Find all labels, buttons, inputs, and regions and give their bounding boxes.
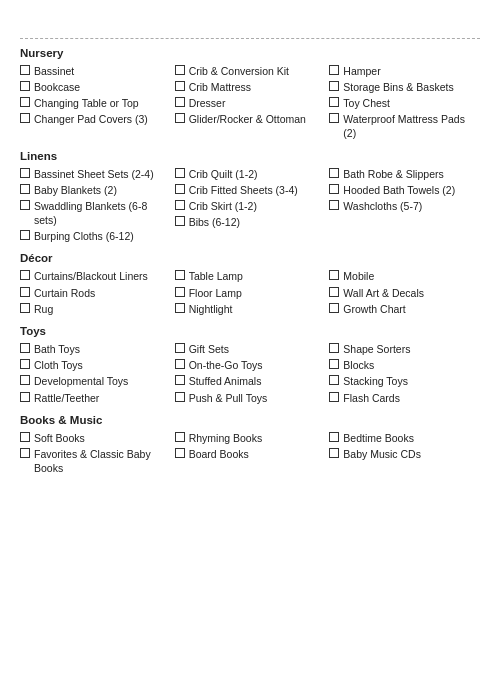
list-item[interactable]: Hooded Bath Towels (2): [329, 182, 480, 198]
list-item[interactable]: Crib Fitted Sheets (3-4): [175, 182, 326, 198]
checkbox[interactable]: [329, 97, 339, 107]
list-item[interactable]: Growth Chart: [329, 301, 480, 317]
list-item[interactable]: Developmental Toys: [20, 373, 171, 389]
list-item[interactable]: Stuffed Animals: [175, 373, 326, 389]
checkbox[interactable]: [175, 448, 185, 458]
list-item[interactable]: Baby Blankets (2): [20, 182, 171, 198]
checkbox[interactable]: [175, 65, 185, 75]
list-item[interactable]: Mobile: [329, 268, 480, 284]
list-item[interactable]: Bedtime Books: [329, 430, 480, 446]
checkbox[interactable]: [329, 184, 339, 194]
list-item[interactable]: Board Books: [175, 446, 326, 462]
list-item[interactable]: Bassinet: [20, 63, 171, 79]
checkbox[interactable]: [175, 287, 185, 297]
list-item[interactable]: Shape Sorters: [329, 341, 480, 357]
list-item[interactable]: Changer Pad Covers (3): [20, 111, 171, 127]
checkbox[interactable]: [20, 359, 30, 369]
list-item[interactable]: Rattle/Teether: [20, 390, 171, 406]
list-item[interactable]: Curtain Rods: [20, 285, 171, 301]
list-item[interactable]: Crib Skirt (1-2): [175, 198, 326, 214]
checkbox[interactable]: [329, 168, 339, 178]
list-item[interactable]: Glider/Rocker & Ottoman: [175, 111, 326, 127]
checkbox[interactable]: [329, 81, 339, 91]
checkbox[interactable]: [20, 200, 30, 210]
list-item[interactable]: Crib Quilt (1-2): [175, 166, 326, 182]
checkbox[interactable]: [329, 375, 339, 385]
list-item[interactable]: Favorites & Classic Baby Books: [20, 446, 171, 476]
list-item[interactable]: On-the-Go Toys: [175, 357, 326, 373]
checkbox[interactable]: [20, 432, 30, 442]
list-item[interactable]: Gift Sets: [175, 341, 326, 357]
checkbox[interactable]: [175, 200, 185, 210]
checkbox[interactable]: [175, 168, 185, 178]
list-item[interactable]: Rug: [20, 301, 171, 317]
checkbox[interactable]: [329, 113, 339, 123]
list-item[interactable]: Washcloths (5-7): [329, 198, 480, 214]
checkbox[interactable]: [20, 230, 30, 240]
list-item[interactable]: Bath Toys: [20, 341, 171, 357]
list-item[interactable]: Wall Art & Decals: [329, 285, 480, 301]
checkbox[interactable]: [175, 375, 185, 385]
list-item[interactable]: Bassinet Sheet Sets (2-4): [20, 166, 171, 182]
checkbox[interactable]: [329, 392, 339, 402]
list-item[interactable]: Cloth Toys: [20, 357, 171, 373]
checkbox[interactable]: [175, 216, 185, 226]
checkbox[interactable]: [329, 343, 339, 353]
list-item[interactable]: Nightlight: [175, 301, 326, 317]
list-item[interactable]: Dresser: [175, 95, 326, 111]
checkbox[interactable]: [20, 448, 30, 458]
checkbox[interactable]: [20, 168, 30, 178]
checkbox[interactable]: [329, 270, 339, 280]
checkbox[interactable]: [20, 97, 30, 107]
list-item[interactable]: Storage Bins & Baskets: [329, 79, 480, 95]
checkbox[interactable]: [175, 343, 185, 353]
checkbox[interactable]: [329, 448, 339, 458]
checkbox[interactable]: [329, 432, 339, 442]
list-item[interactable]: Crib & Conversion Kit: [175, 63, 326, 79]
checkbox[interactable]: [329, 65, 339, 75]
list-item[interactable]: Burping Cloths (6-12): [20, 228, 171, 244]
checkbox[interactable]: [175, 392, 185, 402]
list-item[interactable]: Bookcase: [20, 79, 171, 95]
checkbox[interactable]: [20, 81, 30, 91]
checkbox[interactable]: [175, 432, 185, 442]
list-item[interactable]: Floor Lamp: [175, 285, 326, 301]
checkbox[interactable]: [20, 303, 30, 313]
list-item[interactable]: Stacking Toys: [329, 373, 480, 389]
list-item[interactable]: Curtains/Blackout Liners: [20, 268, 171, 284]
list-item[interactable]: Rhyming Books: [175, 430, 326, 446]
list-item[interactable]: Bath Robe & Slippers: [329, 166, 480, 182]
checkbox[interactable]: [175, 359, 185, 369]
list-item[interactable]: Blocks: [329, 357, 480, 373]
checkbox[interactable]: [175, 270, 185, 280]
list-item[interactable]: Crib Mattress: [175, 79, 326, 95]
checkbox[interactable]: [175, 184, 185, 194]
checkbox[interactable]: [175, 81, 185, 91]
list-item[interactable]: Baby Music CDs: [329, 446, 480, 462]
checkbox[interactable]: [20, 287, 30, 297]
list-item[interactable]: Swaddling Blankets (6-8 sets): [20, 198, 171, 228]
checkbox[interactable]: [175, 303, 185, 313]
list-item[interactable]: Waterproof Mattress Pads (2): [329, 111, 480, 141]
list-item[interactable]: Changing Table or Top: [20, 95, 171, 111]
checkbox[interactable]: [329, 287, 339, 297]
checkbox[interactable]: [20, 113, 30, 123]
list-item[interactable]: Bibs (6-12): [175, 214, 326, 230]
checkbox[interactable]: [329, 200, 339, 210]
checkbox[interactable]: [329, 359, 339, 369]
list-item[interactable]: Soft Books: [20, 430, 171, 446]
list-item[interactable]: Toy Chest: [329, 95, 480, 111]
checkbox[interactable]: [20, 392, 30, 402]
checkbox[interactable]: [175, 97, 185, 107]
checkbox[interactable]: [20, 65, 30, 75]
checkbox[interactable]: [329, 303, 339, 313]
checkbox[interactable]: [20, 184, 30, 194]
list-item[interactable]: Table Lamp: [175, 268, 326, 284]
checkbox[interactable]: [175, 113, 185, 123]
list-item[interactable]: Push & Pull Toys: [175, 390, 326, 406]
checkbox[interactable]: [20, 375, 30, 385]
checkbox[interactable]: [20, 343, 30, 353]
list-item[interactable]: Hamper: [329, 63, 480, 79]
list-item[interactable]: Flash Cards: [329, 390, 480, 406]
checkbox[interactable]: [20, 270, 30, 280]
